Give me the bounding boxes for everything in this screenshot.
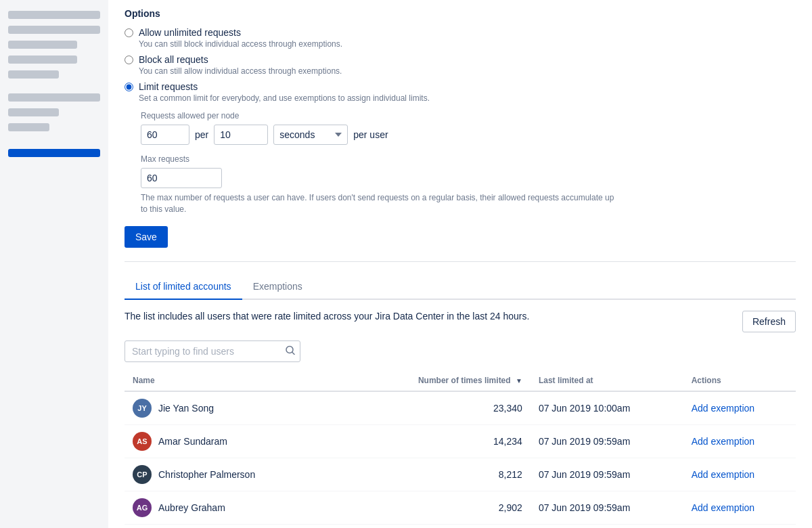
- action-cell-2: Add exemption: [683, 424, 796, 458]
- col-name: Name: [125, 370, 360, 391]
- search-input[interactable]: [125, 340, 300, 362]
- avatar-3: CP: [133, 465, 152, 484]
- avatar-2: AS: [133, 432, 152, 451]
- col-last-limited: Last limited at: [531, 370, 683, 391]
- options-section: Options Allow unlimited requests You can…: [125, 8, 796, 248]
- col-actions: Actions: [683, 370, 796, 391]
- times-limited-3: 8,212: [360, 458, 531, 491]
- last-limited-3: 07 Jun 2019 09:59am: [531, 458, 683, 491]
- tabs: List of limited accounts Exemptions: [125, 276, 796, 300]
- radio-unlimited-title: Allow unlimited requests: [139, 27, 342, 38]
- search-refresh-row: The list includes all users that were ra…: [125, 311, 796, 332]
- tab-limited-accounts[interactable]: List of limited accounts: [125, 276, 242, 300]
- action-cell-5: Add exemption: [683, 524, 796, 528]
- last-limited-5: 07 Jun 2019 09:59am: [531, 524, 683, 528]
- radio-limit-desc: Set a common limit for everybody, and us…: [139, 93, 430, 103]
- times-limited-1: 23,340: [360, 391, 531, 425]
- table-header-row: Name Number of times limited ▼ Last limi…: [125, 370, 796, 391]
- per-user-label: per user: [353, 129, 388, 140]
- sidebar-item-2[interactable]: [8, 26, 100, 34]
- per-node-label: Requests allowed per node: [141, 111, 796, 120]
- sidebar-item-4[interactable]: [8, 56, 77, 64]
- avatar-1: JY: [133, 399, 152, 418]
- radio-group-unlimited: Allow unlimited requests You can still b…: [125, 27, 796, 49]
- last-limited-4: 07 Jun 2019 09:59am: [531, 491, 683, 524]
- max-requests-field: Max requests The max number of requests …: [141, 154, 796, 215]
- time-unit-select[interactable]: seconds minutes hours: [273, 125, 348, 145]
- sort-icon: ▼: [516, 377, 522, 384]
- radio-block-title: Block all requets: [139, 54, 342, 65]
- per-label: per: [195, 129, 208, 140]
- sidebar-item-6[interactable]: [8, 93, 100, 102]
- table-row: CP Christopher Palmerson 8,212 07 Jun 20…: [125, 458, 796, 491]
- table-row: TB This is a really big named Bot 1,021 …: [125, 524, 796, 528]
- times-limited-5: 1,021: [360, 524, 531, 528]
- sidebar-item-7[interactable]: [8, 108, 59, 116]
- sidebar: [0, 0, 108, 528]
- add-exemption-btn-4[interactable]: Add exemption: [692, 502, 754, 513]
- user-cell-1: JY Jie Yan Song: [125, 391, 360, 425]
- action-cell-1: Add exemption: [683, 391, 796, 425]
- refresh-button[interactable]: Refresh: [742, 311, 796, 332]
- options-title: Options: [125, 8, 796, 19]
- list-description: The list includes all users that were ra…: [125, 311, 529, 322]
- radio-group-limit: Limit requests Set a common limit for ev…: [125, 81, 796, 103]
- sidebar-item-8[interactable]: [8, 123, 49, 131]
- divider: [125, 261, 796, 262]
- radio-block[interactable]: [125, 56, 133, 64]
- requests-value-input[interactable]: [141, 125, 189, 145]
- sidebar-item-1[interactable]: [8, 11, 100, 19]
- max-requests-note: The max number of requests a user can ha…: [141, 192, 614, 215]
- search-box: [125, 340, 300, 362]
- times-limited-4: 2,902: [360, 491, 531, 524]
- action-cell-4: Add exemption: [683, 491, 796, 524]
- user-cell-3: CP Christopher Palmerson: [125, 458, 360, 491]
- table-row: JY Jie Yan Song 23,340 07 Jun 2019 10:00…: [125, 391, 796, 425]
- action-cell-3: Add exemption: [683, 458, 796, 491]
- user-name-1: Jie Yan Song: [158, 403, 214, 414]
- radio-label-limit[interactable]: Limit requests Set a common limit for ev…: [125, 81, 796, 103]
- user-name-2: Amar Sundaram: [158, 436, 227, 447]
- sidebar-item-3[interactable]: [8, 41, 77, 49]
- times-limited-2: 14,234: [360, 424, 531, 458]
- user-cell-2: AS Amar Sundaram: [125, 424, 360, 458]
- table-row: AS Amar Sundaram 14,234 07 Jun 2019 09:5…: [125, 424, 796, 458]
- add-exemption-btn-1[interactable]: Add exemption: [692, 403, 754, 414]
- col-times-limited[interactable]: Number of times limited ▼: [360, 370, 531, 391]
- last-limited-2: 07 Jun 2019 09:59am: [531, 424, 683, 458]
- user-cell-4: AG Aubrey Graham: [125, 491, 360, 524]
- max-requests-input[interactable]: [141, 168, 222, 188]
- save-button[interactable]: Save: [125, 226, 168, 248]
- radio-block-desc: You can still allow individual access th…: [139, 66, 342, 76]
- main-content: Options Allow unlimited requests You can…: [108, 0, 812, 528]
- user-cell-5: TB This is a really big named Bot: [125, 524, 360, 528]
- radio-label-block[interactable]: Block all requets You can still allow in…: [125, 54, 796, 76]
- per-node-inputs: per seconds minutes hours per user: [141, 125, 796, 145]
- avatar-4: AG: [133, 498, 152, 517]
- limited-accounts-table: Name Number of times limited ▼ Last limi…: [125, 370, 796, 528]
- user-name-4: Aubrey Graham: [158, 502, 225, 513]
- radio-limit[interactable]: [125, 83, 133, 91]
- max-requests-label: Max requests: [141, 154, 796, 164]
- add-exemption-btn-3[interactable]: Add exemption: [692, 469, 754, 480]
- interval-value-input[interactable]: [214, 125, 268, 145]
- tab-exemptions[interactable]: Exemptions: [242, 276, 313, 300]
- last-limited-1: 07 Jun 2019 10:00am: [531, 391, 683, 425]
- table-row: AG Aubrey Graham 2,902 07 Jun 2019 09:59…: [125, 491, 796, 524]
- requests-config: Requests allowed per node per seconds mi…: [141, 111, 796, 215]
- radio-group-block: Block all requets You can still allow in…: [125, 54, 796, 76]
- radio-label-unlimited[interactable]: Allow unlimited requests You can still b…: [125, 27, 796, 49]
- sidebar-item-5[interactable]: [8, 70, 59, 79]
- user-name-3: Christopher Palmerson: [158, 469, 255, 480]
- radio-unlimited-desc: You can still block individual access th…: [139, 39, 342, 49]
- radio-unlimited[interactable]: [125, 28, 133, 37]
- radio-limit-title: Limit requests: [139, 81, 430, 92]
- sidebar-item-active[interactable]: [8, 149, 100, 157]
- add-exemption-btn-2[interactable]: Add exemption: [692, 436, 754, 447]
